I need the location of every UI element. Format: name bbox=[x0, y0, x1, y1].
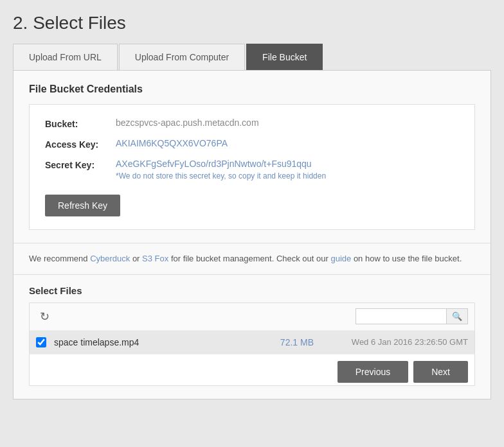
bucket-row: Bucket: bezcspvcs-apac.push.metacdn.com bbox=[45, 118, 459, 129]
secret-key-row: Secret Key: AXeGKFgSefvFyLOso/rd3PjnNwtw… bbox=[45, 159, 459, 180]
bucket-label: Bucket: bbox=[45, 118, 116, 129]
file-browser: ↻ 🔍 sp bbox=[29, 302, 475, 386]
pagination-row: Previous Next bbox=[30, 355, 474, 385]
page-title: 2. Select Files bbox=[13, 13, 491, 33]
recommendation-text: We recommend Cyberduck or S3 Fox for fil… bbox=[14, 243, 491, 275]
secret-key-value: AXeGKFgSefvFyLOso/rd3PjnNwtwo/t+Fsu91qqu bbox=[116, 159, 326, 169]
search-button[interactable]: 🔍 bbox=[446, 309, 467, 324]
access-key-label: Access Key: bbox=[45, 138, 116, 150]
tabs-container: Upload From URL Upload From Computer Fil… bbox=[13, 44, 491, 70]
credentials-section: File Bucket Credentials Bucket: bezcspvc… bbox=[14, 71, 491, 243]
credentials-title: File Bucket Credentials bbox=[29, 83, 475, 95]
bucket-value: bezcspvcs-apac.push.metacdn.com bbox=[116, 118, 259, 128]
secret-key-label: Secret Key: bbox=[45, 159, 116, 170]
s3fox-link[interactable]: S3 Fox bbox=[142, 254, 168, 263]
main-content: File Bucket Credentials Bucket: bezcspvc… bbox=[13, 70, 491, 399]
secret-note: *We do not store this secret key, so cop… bbox=[116, 171, 326, 180]
cyberduck-link[interactable]: Cyberduck bbox=[90, 254, 130, 263]
file-date: Wed 6 Jan 2016 23:26:50 GMT bbox=[339, 337, 468, 347]
tab-upload-computer[interactable]: Upload From Computer bbox=[119, 44, 245, 70]
file-list-container: space timelapse.mp4 72.1 MB Wed 6 Jan 20… bbox=[30, 331, 474, 355]
select-files-title: Select Files bbox=[29, 285, 475, 296]
file-row: space timelapse.mp4 72.1 MB Wed 6 Jan 20… bbox=[30, 331, 474, 355]
select-files-section: Select Files ↻ 🔍 bbox=[14, 275, 491, 399]
tab-file-bucket[interactable]: File Bucket bbox=[246, 44, 323, 70]
guide-link[interactable]: guide bbox=[330, 254, 351, 263]
file-size: 72.1 MB bbox=[269, 337, 314, 347]
previous-button[interactable]: Previous bbox=[338, 361, 408, 383]
file-browser-toolbar: ↻ 🔍 bbox=[30, 303, 474, 331]
secret-key-container: AXeGKFgSefvFyLOso/rd3PjnNwtwo/t+Fsu91qqu… bbox=[116, 159, 326, 180]
tab-upload-url[interactable]: Upload From URL bbox=[13, 44, 118, 70]
file-checkbox[interactable] bbox=[36, 337, 46, 347]
next-button[interactable]: Next bbox=[413, 361, 468, 383]
refresh-key-button[interactable]: Refresh Key bbox=[45, 195, 120, 216]
credentials-box: Bucket: bezcspvcs-apac.push.metacdn.com … bbox=[29, 104, 475, 230]
access-key-value: AKIAIM6KQ5QXX6VO76PA bbox=[116, 138, 228, 148]
search-input[interactable] bbox=[356, 309, 446, 324]
browser-refresh-button[interactable]: ↻ bbox=[36, 308, 53, 325]
file-name: space timelapse.mp4 bbox=[54, 337, 269, 347]
search-box: 🔍 bbox=[356, 308, 468, 324]
access-key-row: Access Key: AKIAIM6KQ5QXX6VO76PA bbox=[45, 138, 459, 150]
